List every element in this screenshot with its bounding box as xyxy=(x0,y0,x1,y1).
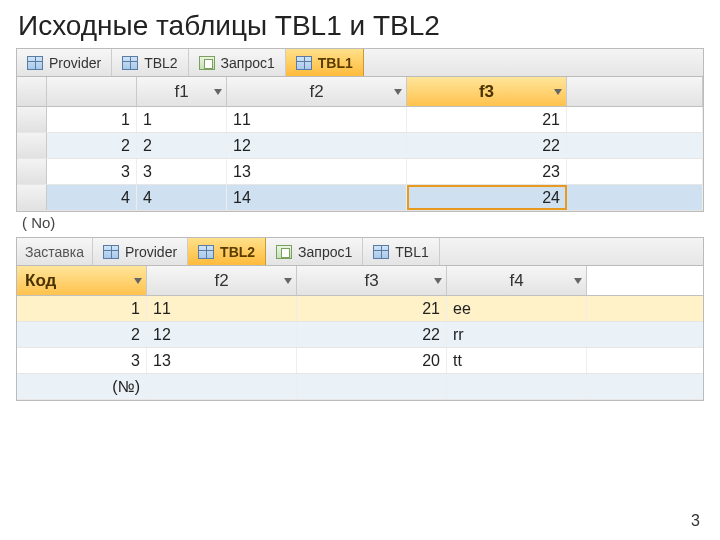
query-icon xyxy=(276,245,292,259)
column-header-f4[interactable]: f4 xyxy=(447,266,587,295)
cell[interactable]: 13 xyxy=(227,159,407,184)
tbl2-panel: ЗаставкаProviderTBL2Запрос1TBL1 Код f2 f… xyxy=(16,237,704,401)
page-number: 3 xyxy=(691,512,700,530)
cell[interactable] xyxy=(567,185,703,210)
cell[interactable]: 24 xyxy=(407,185,567,210)
tab-label: Provider xyxy=(125,244,177,260)
tab-provider[interactable]: Provider xyxy=(17,49,112,76)
query-icon xyxy=(199,56,215,70)
cell[interactable]: 11 xyxy=(227,107,407,132)
cell[interactable]: ee xyxy=(447,296,587,321)
cell[interactable] xyxy=(567,133,703,158)
table-icon xyxy=(27,56,43,70)
table-row[interactable]: 11121ee xyxy=(17,296,703,322)
new-row-label: (№) xyxy=(17,374,147,399)
table-row[interactable]: 31320tt xyxy=(17,348,703,374)
cell[interactable]: tt xyxy=(447,348,587,373)
cell[interactable]: 4 xyxy=(137,185,227,210)
tbl1-header-row: f1 f2 f3 xyxy=(17,77,703,107)
tbl2-tabstrip: ЗаставкаProviderTBL2Запрос1TBL1 xyxy=(17,238,703,266)
column-header-f2[interactable]: f2 xyxy=(147,266,297,295)
cell[interactable]: 22 xyxy=(297,322,447,347)
row-handle[interactable] xyxy=(17,185,47,210)
table-icon xyxy=(373,245,389,259)
tbl2-newrow: (№) xyxy=(17,374,703,400)
cell[interactable]: 1 xyxy=(47,107,137,132)
cell[interactable]: 12 xyxy=(227,133,407,158)
tab-запрос1[interactable]: Запрос1 xyxy=(266,238,363,265)
tab-label: TBL2 xyxy=(144,55,177,71)
cell[interactable]: 1 xyxy=(17,296,147,321)
table-row[interactable]: 21222rr xyxy=(17,322,703,348)
dropdown-icon[interactable] xyxy=(554,89,562,95)
dropdown-icon[interactable] xyxy=(214,89,222,95)
table-icon xyxy=(103,245,119,259)
cell[interactable]: 3 xyxy=(137,159,227,184)
column-header-f2[interactable]: f2 xyxy=(227,77,407,106)
row-handle[interactable] xyxy=(17,159,47,184)
tab-label: TBL2 xyxy=(220,244,255,260)
column-header-f3[interactable]: f3 xyxy=(297,266,447,295)
tab-tbl1[interactable]: TBL1 xyxy=(286,49,364,76)
table-row[interactable]: 221222 xyxy=(17,133,703,159)
table-row[interactable]: 331323 xyxy=(17,159,703,185)
column-header-f3[interactable]: f3 xyxy=(407,77,567,106)
cell[interactable]: 2 xyxy=(47,133,137,158)
cell[interactable]: 22 xyxy=(407,133,567,158)
row-handle[interactable] xyxy=(17,133,47,158)
cell[interactable]: 1 xyxy=(137,107,227,132)
cell[interactable] xyxy=(567,107,703,132)
cell[interactable] xyxy=(567,159,703,184)
cell[interactable]: 14 xyxy=(227,185,407,210)
column-header-extra[interactable] xyxy=(567,77,703,106)
cell[interactable]: 20 xyxy=(297,348,447,373)
tab-tbl2[interactable]: TBL2 xyxy=(188,238,266,265)
cell[interactable]: 13 xyxy=(147,348,297,373)
tab-заставка[interactable]: Заставка xyxy=(17,238,93,265)
dropdown-icon[interactable] xyxy=(434,278,442,284)
tab-label: TBL1 xyxy=(395,244,428,260)
table-icon xyxy=(296,56,312,70)
row-handle[interactable] xyxy=(17,107,47,132)
dropdown-icon[interactable] xyxy=(284,278,292,284)
column-header-blank[interactable] xyxy=(47,77,137,106)
tab-label: Provider xyxy=(49,55,101,71)
tab-label: TBL1 xyxy=(318,55,353,71)
tbl1-grid[interactable]: 111121221222331323441424 xyxy=(17,107,703,211)
dropdown-icon[interactable] xyxy=(574,278,582,284)
tab-запрос1[interactable]: Запрос1 xyxy=(189,49,286,76)
tab-label: Запрос1 xyxy=(221,55,275,71)
tbl1-tabstrip: ProviderTBL2Запрос1TBL1 xyxy=(17,49,703,77)
slide-title: Исходные таблицы TBL1 и TBL2 xyxy=(0,0,720,48)
column-header-code[interactable]: Код xyxy=(17,266,147,295)
tab-tbl2[interactable]: TBL2 xyxy=(112,49,188,76)
tbl2-header-row: Код f2 f3 f4 xyxy=(17,266,703,296)
dropdown-icon[interactable] xyxy=(394,89,402,95)
cell[interactable]: 21 xyxy=(407,107,567,132)
cell[interactable]: 11 xyxy=(147,296,297,321)
tbl1-newrow-label: ( No) xyxy=(0,212,720,231)
table-icon xyxy=(198,245,214,259)
table-icon xyxy=(122,56,138,70)
cell[interactable]: 12 xyxy=(147,322,297,347)
row-selector-header[interactable] xyxy=(17,77,47,106)
table-row[interactable]: 111121 xyxy=(17,107,703,133)
tbl2-grid[interactable]: 11121ee21222rr31320tt xyxy=(17,296,703,374)
column-header-f1[interactable]: f1 xyxy=(137,77,227,106)
tab-provider[interactable]: Provider xyxy=(93,238,188,265)
tbl1-panel: ProviderTBL2Запрос1TBL1 f1 f2 f3 1111212… xyxy=(16,48,704,212)
dropdown-icon[interactable] xyxy=(134,278,142,284)
cell[interactable]: 23 xyxy=(407,159,567,184)
table-row[interactable]: 441424 xyxy=(17,185,703,211)
cell[interactable]: 3 xyxy=(17,348,147,373)
cell[interactable]: 21 xyxy=(297,296,447,321)
cell[interactable]: rr xyxy=(447,322,587,347)
tab-label: Заставка xyxy=(25,244,84,260)
cell[interactable]: 2 xyxy=(17,322,147,347)
tab-tbl1[interactable]: TBL1 xyxy=(363,238,439,265)
cell[interactable]: 2 xyxy=(137,133,227,158)
tab-label: Запрос1 xyxy=(298,244,352,260)
cell[interactable]: 3 xyxy=(47,159,137,184)
cell[interactable]: 4 xyxy=(47,185,137,210)
